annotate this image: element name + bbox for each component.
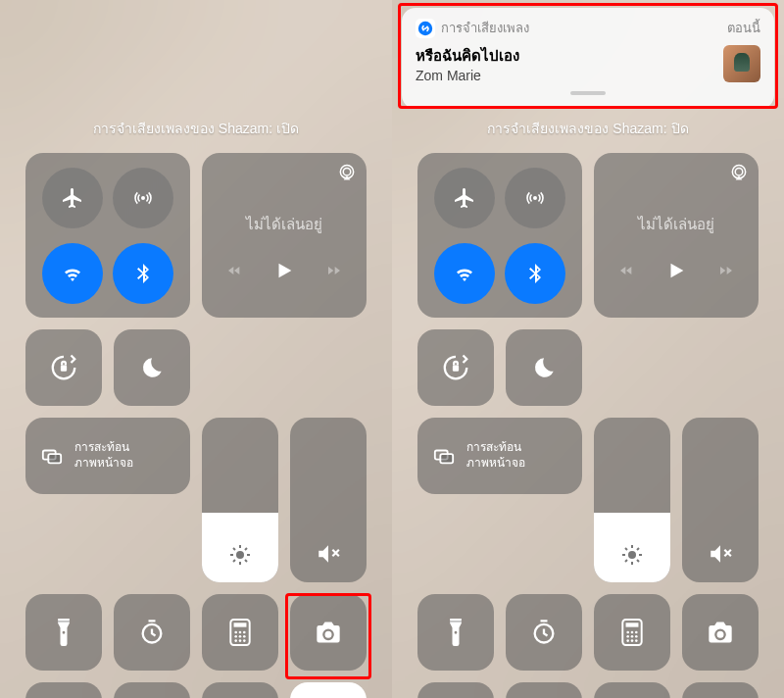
svg-point-42 [635, 635, 638, 638]
orientation-lock-button[interactable] [417, 329, 494, 406]
orientation-lock-icon [49, 353, 78, 382]
svg-point-17 [234, 639, 237, 642]
svg-rect-36 [626, 623, 639, 626]
media-tile[interactable]: ไม่ได้เล่นอยู่ [594, 153, 759, 318]
svg-point-44 [631, 639, 634, 642]
phone-left-screenshot: การจำเสียงเพลงของ Shazam: เปิด ไม่ได้เล่… [0, 0, 392, 698]
connectivity-tile[interactable] [25, 153, 190, 318]
svg-point-6 [236, 551, 244, 559]
volume-mute-icon [708, 541, 733, 567]
shazam-app-icon [416, 19, 435, 38]
play-icon[interactable] [273, 260, 295, 281]
camera-button[interactable] [682, 594, 759, 671]
shazam-status-text: การจำเสียงเพลงของ Shazam: เปิด [25, 10, 367, 153]
bluetooth-button[interactable] [505, 243, 565, 304]
svg-rect-7 [58, 621, 70, 622]
svg-point-32 [628, 551, 636, 559]
shazam-button[interactable] [682, 682, 759, 698]
screen-mirror-label: การสะท้อน ภาพหน้าจอ [466, 440, 525, 471]
connectivity-tile[interactable] [417, 153, 582, 318]
notification-app-name: การจำเสียงเพลง [441, 18, 721, 38]
svg-point-16 [243, 635, 246, 638]
moon-icon [139, 355, 165, 380]
svg-point-13 [243, 631, 246, 634]
volume-slider[interactable] [290, 418, 367, 582]
sleep-button[interactable] [202, 682, 278, 698]
cellular-icon [131, 186, 155, 210]
flashlight-button[interactable] [25, 594, 102, 671]
svg-rect-3 [61, 366, 67, 372]
bluetooth-icon [131, 262, 155, 285]
svg-point-12 [239, 631, 242, 634]
flashlight-icon [54, 619, 74, 646]
svg-point-40 [626, 635, 629, 638]
airplane-mode-button[interactable] [434, 168, 495, 228]
brightness-slider[interactable] [202, 418, 278, 582]
previous-icon[interactable] [224, 263, 244, 278]
screen-mirroring-button[interactable]: การสะท้อน ภาพหน้าจอ [417, 418, 582, 494]
flashlight-button[interactable] [417, 594, 494, 671]
calculator-button[interactable] [202, 594, 278, 671]
timer-icon [530, 619, 558, 646]
timer-button[interactable] [114, 594, 190, 671]
cellular-data-button[interactable] [505, 168, 565, 228]
svg-point-26 [533, 196, 537, 200]
moon-icon [531, 355, 557, 380]
notification-time: ตอนนี้ [727, 18, 760, 38]
notification-title: หรือฉันคิดไปเอง [416, 44, 723, 68]
svg-point-15 [239, 635, 242, 638]
next-icon[interactable] [716, 263, 736, 278]
brightness-slider[interactable] [594, 418, 670, 582]
sleep-button[interactable] [594, 682, 670, 698]
airplane-mode-button[interactable] [42, 168, 103, 228]
svg-point-41 [631, 635, 634, 638]
svg-rect-5 [48, 454, 61, 463]
calculator-button[interactable] [594, 594, 670, 671]
screen-mirroring-button[interactable]: การสะท้อน ภาพหน้าจอ [25, 418, 190, 494]
airplay-icon[interactable] [337, 163, 357, 182]
next-icon[interactable] [324, 263, 344, 278]
svg-point-28 [735, 168, 743, 175]
camera-button[interactable] [290, 594, 367, 671]
qr-scanner-button[interactable] [417, 682, 494, 698]
screen-record-button[interactable] [114, 682, 190, 698]
svg-point-37 [626, 631, 629, 634]
svg-rect-31 [440, 454, 453, 463]
notification-banner[interactable]: การจำเสียงเพลง ตอนนี้ หรือฉันคิดไปเอง Zo… [402, 8, 774, 109]
svg-point-2 [343, 168, 351, 175]
notification-artwork [723, 45, 760, 82]
wifi-icon [61, 262, 84, 285]
bluetooth-button[interactable] [113, 243, 173, 304]
qr-scanner-button[interactable] [25, 682, 102, 698]
cellular-data-button[interactable] [113, 168, 173, 228]
notification-handle[interactable] [570, 91, 606, 95]
timer-button[interactable] [506, 594, 582, 671]
notification-subtitle: Zom Marie [416, 68, 723, 83]
media-tile[interactable]: ไม่ได้เล่นอยู่ [202, 153, 367, 318]
phone-right-screenshot: การจำเสียงเพลง ตอนนี้ หรือฉันคิดไปเอง Zo… [392, 0, 784, 698]
orientation-lock-button[interactable] [25, 329, 102, 406]
camera-icon [707, 621, 734, 644]
media-status-text: ไม่ได้เล่นอยู่ [246, 213, 322, 236]
screen-record-button[interactable] [506, 682, 582, 698]
previous-icon[interactable] [616, 263, 636, 278]
wifi-button[interactable] [42, 243, 103, 304]
svg-point-0 [141, 196, 145, 200]
svg-rect-10 [234, 623, 247, 626]
do-not-disturb-button[interactable] [506, 329, 582, 406]
svg-point-19 [243, 639, 246, 642]
svg-point-14 [234, 635, 237, 638]
bluetooth-icon [523, 262, 547, 285]
svg-point-18 [239, 639, 242, 642]
screen-mirror-icon [39, 445, 65, 467]
svg-rect-33 [450, 621, 462, 622]
flashlight-icon [446, 619, 466, 646]
brightness-icon [228, 543, 252, 567]
airplay-icon[interactable] [729, 163, 749, 182]
do-not-disturb-button[interactable] [114, 329, 190, 406]
shazam-button[interactable] [290, 682, 367, 698]
volume-slider[interactable] [682, 418, 759, 582]
play-icon[interactable] [665, 260, 687, 281]
wifi-button[interactable] [434, 243, 495, 304]
screen-mirror-label: การสะท้อน ภาพหน้าจอ [74, 440, 133, 471]
